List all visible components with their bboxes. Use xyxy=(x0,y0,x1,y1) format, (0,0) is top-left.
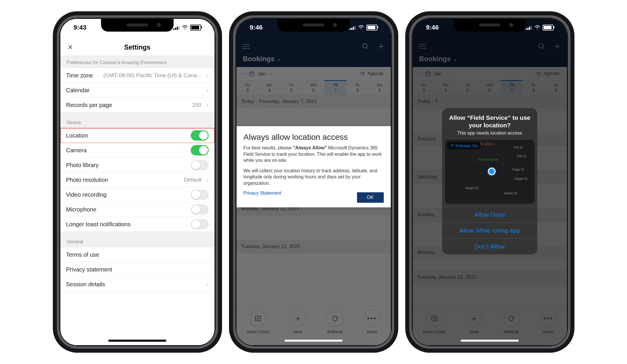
row-label: Records per page xyxy=(66,102,112,108)
row-microphone[interactable]: Microphone xyxy=(60,202,215,217)
row-label: Location xyxy=(66,132,88,139)
row-label: Camera xyxy=(66,147,87,154)
row-timezone[interactable]: Time zone (GMT-08:00) Pacific Time (US &… xyxy=(60,68,215,83)
row-value: 250 xyxy=(192,102,201,108)
row-video-recording[interactable]: Video recording xyxy=(60,187,215,202)
ok-button[interactable]: OK xyxy=(357,192,384,203)
row-terms[interactable]: Terms of use xyxy=(60,247,215,262)
battery-icon xyxy=(366,25,377,30)
wifi-icon xyxy=(182,25,188,30)
section-device-header: Device xyxy=(60,113,215,128)
row-label: Privacy statement xyxy=(66,266,112,273)
modal-paragraph-2: We will collect your location history to… xyxy=(244,168,384,186)
row-label: Photo library xyxy=(66,162,99,169)
phone-location-prompt: Bookings ⌄ ← Jan → Agenda Su3 Mo4 xyxy=(233,15,394,349)
status-icons xyxy=(349,25,377,30)
row-value: (GMT-08:00) Pacific Time (US & Cana... xyxy=(103,72,201,79)
status-icons xyxy=(526,25,554,30)
modal-paragraph-1: For best results, please "Always Allow" … xyxy=(244,145,384,164)
chevron-right-icon: › xyxy=(207,177,209,183)
phone-ios-location-alert: Bookings ⌄ ← Jan → Agenda Su3 Mo4 xyxy=(409,15,570,349)
svg-point-5 xyxy=(361,28,361,29)
toggle-video[interactable] xyxy=(191,189,209,200)
ios-location-alert: Allow “Field Service” to use your locati… xyxy=(442,108,537,254)
chevron-right-icon: › xyxy=(207,281,209,288)
wifi-icon xyxy=(534,25,540,30)
row-value: Default xyxy=(184,177,201,183)
status-time: 9:46 xyxy=(250,24,263,31)
alert-title: Allow “Field Service” to use your locati… xyxy=(448,114,531,129)
signal-icon xyxy=(173,26,180,30)
row-label: Photo resolution xyxy=(66,177,108,183)
chevron-right-icon: › xyxy=(207,72,209,79)
precise-badge[interactable]: Precise: On xyxy=(447,142,481,149)
location-access-modal: Always allow location access For best re… xyxy=(237,126,391,207)
status-icons xyxy=(173,25,201,30)
modal-title: Always allow location access xyxy=(244,133,384,142)
toggle-camera[interactable] xyxy=(191,145,209,155)
alert-subtitle: This app needs location access xyxy=(448,131,531,136)
notch xyxy=(101,19,174,32)
notch xyxy=(453,19,526,32)
allow-while-using-button[interactable]: Allow While Using App xyxy=(442,222,537,238)
chevron-right-icon: › xyxy=(207,87,209,94)
row-label: Terms of use xyxy=(66,251,99,258)
dont-allow-button[interactable]: Don't Allow xyxy=(442,238,537,254)
toggle-photo-library[interactable] xyxy=(191,160,209,170)
row-photo-resolution[interactable]: Photo resolution Default › xyxy=(60,173,215,187)
row-label: Microphone xyxy=(66,206,97,213)
alert-map-preview: Precise: On Fell St Oak St The Panhandle… xyxy=(445,140,534,204)
svg-point-0 xyxy=(184,28,185,29)
row-camera[interactable]: Camera xyxy=(60,143,215,158)
status-time: 9:43 xyxy=(74,24,87,31)
row-toast-notifications[interactable]: Longer toast notifications xyxy=(60,217,215,232)
close-icon[interactable]: ✕ xyxy=(67,43,73,51)
wifi-icon xyxy=(358,25,364,30)
row-calendar[interactable]: Calendar › xyxy=(60,83,215,98)
row-records-per-page[interactable]: Records per page 250 › xyxy=(60,98,215,113)
phone-settings: 9:43 ✕ Settings Preferences for Contoso'… xyxy=(57,15,218,349)
svg-point-10 xyxy=(537,28,538,29)
signal-icon xyxy=(526,26,532,30)
row-label: Calendar xyxy=(66,87,90,94)
allow-once-button[interactable]: Allow Once xyxy=(442,207,537,222)
section-preferences-header: Preferences for Contoso's Amazing Enviro… xyxy=(60,55,215,68)
location-dot-icon xyxy=(488,168,496,175)
toggle-toast[interactable] xyxy=(191,219,209,229)
toggle-microphone[interactable] xyxy=(191,204,209,215)
row-label: Session details xyxy=(66,281,105,288)
location-arrow-icon xyxy=(450,144,454,147)
battery-icon xyxy=(190,25,201,30)
privacy-statement-link[interactable]: Privacy Statement xyxy=(244,191,281,195)
home-indicator[interactable] xyxy=(461,340,519,342)
signal-icon xyxy=(349,26,356,30)
toggle-location[interactable] xyxy=(191,130,209,141)
row-location[interactable]: Location xyxy=(60,128,215,143)
chevron-right-icon: › xyxy=(207,102,209,108)
section-general-header: General xyxy=(60,232,215,247)
row-label: Longer toast notifications xyxy=(66,221,131,228)
notch xyxy=(277,19,350,32)
row-session-details[interactable]: Session details › xyxy=(60,277,215,292)
row-label: Video recording xyxy=(66,191,107,198)
page-title: Settings xyxy=(124,44,151,51)
battery-icon xyxy=(543,25,554,30)
row-photo-library[interactable]: Photo library xyxy=(60,158,215,173)
home-indicator[interactable] xyxy=(108,340,166,342)
status-time: 9:46 xyxy=(426,24,439,31)
settings-header: ✕ Settings xyxy=(60,39,215,55)
home-indicator[interactable] xyxy=(284,340,343,342)
row-label: Time zone xyxy=(66,72,93,79)
row-privacy-statement[interactable]: Privacy statement xyxy=(60,262,215,277)
